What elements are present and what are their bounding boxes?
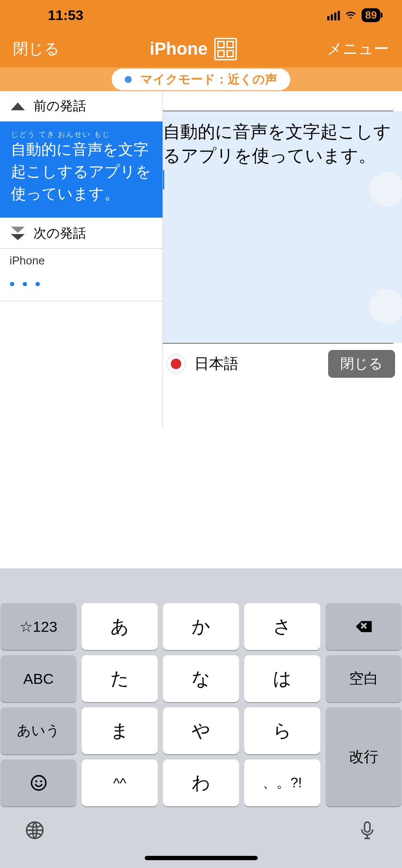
language-label: 日本語 (194, 354, 239, 374)
avatar-icon (369, 289, 402, 324)
next-utterance-label: 次の発話 (33, 224, 86, 242)
mic-mode-band: マイクモード：近くの声 (0, 67, 402, 91)
key-caret[interactable]: ^^ (82, 759, 158, 806)
svg-point-2 (40, 780, 42, 782)
key-emoji[interactable] (0, 759, 76, 806)
key-na[interactable]: な (163, 655, 239, 702)
emoji-icon (29, 773, 48, 792)
key-return[interactable]: 改行 (326, 707, 402, 806)
prev-utterance-label: 前の発話 (33, 97, 86, 115)
key-symbols[interactable]: ☆123 (0, 603, 76, 650)
mic-mode-dot-icon (125, 76, 132, 83)
selected-utterance-text: 自動的に音声を文字起こしするアプリを使っています。 (11, 139, 152, 205)
globe-icon[interactable] (24, 819, 46, 843)
key-ra[interactable]: ら (244, 707, 320, 754)
prev-utterance-button[interactable]: 前の発話 (0, 91, 163, 122)
qr-icon[interactable] (214, 38, 237, 60)
chevron-down-icon (11, 227, 25, 240)
key-backspace[interactable] (326, 603, 402, 650)
nav-bar: 閉じる iPhone メニュー (0, 30, 402, 67)
backspace-icon (354, 617, 373, 636)
nav-title: iPhone (150, 38, 236, 60)
nav-menu-button[interactable]: メニュー (327, 39, 389, 59)
key-aiu[interactable]: あいう (0, 707, 76, 754)
svg-rect-4 (365, 822, 370, 832)
list-item-source: iPhone (10, 254, 153, 267)
key-ya[interactable]: や (163, 707, 239, 754)
japan-flag-icon (166, 354, 186, 373)
key-ma[interactable]: ま (82, 707, 158, 754)
keyboard: ☆123 あ か さ ABC た な は 空白 あいう ま や ら 改行 (0, 568, 402, 868)
microphone-icon[interactable] (356, 819, 378, 843)
mic-mode-pill[interactable]: マイクモード：近くの声 (112, 69, 290, 90)
key-wa-label: わ (192, 771, 210, 795)
svg-point-1 (35, 780, 37, 782)
key-abc[interactable]: ABC (0, 655, 76, 702)
battery-indicator: 89 (362, 8, 380, 22)
utterance-list-panel: iPhone 自動的に音声を文字起こしするアプリを使っています。 iPhone … (0, 91, 163, 428)
home-indicator[interactable] (145, 856, 258, 860)
cellular-signal-icon (327, 10, 340, 20)
ruby-reading: じどう てき おんせい もじ (11, 129, 152, 139)
avatar-icon (369, 172, 402, 207)
editor-close-button[interactable]: 閉じる (328, 350, 395, 378)
list-item[interactable]: iPhone • • • (0, 249, 163, 301)
key-ta[interactable]: た (82, 655, 158, 702)
svg-point-0 (31, 776, 46, 790)
editor-panel: 自動的に音声を文字起こしするアプリを使っています。 日本語 閉じる (163, 91, 402, 428)
key-punctuation[interactable]: 、。?! (244, 759, 320, 806)
status-bar: 11:53 89 (0, 0, 402, 30)
nav-close-button[interactable]: 閉じる (13, 39, 60, 59)
key-space[interactable]: 空白 (326, 655, 402, 702)
chevron-up-icon (11, 102, 25, 110)
selected-utterance[interactable]: じどう てき おんせい もじ 自動的に音声を文字起こしするアプリを使っています。 (0, 122, 163, 218)
next-utterance-button[interactable]: 次の発話 (0, 218, 163, 249)
key-wa[interactable]: わ (163, 759, 239, 806)
editor-text: 自動的に音声を文字起こしするアプリを使っています。 (163, 122, 391, 165)
text-cursor-icon (163, 170, 164, 189)
status-icons: 89 (327, 8, 380, 23)
key-ha[interactable]: は (244, 655, 320, 702)
typing-indicator-icon: • • • (10, 275, 153, 292)
text-editor[interactable]: 自動的に音声を文字起こしするアプリを使っています。 (163, 111, 402, 343)
language-bar: 日本語 閉じる (163, 343, 402, 384)
mic-mode-label: マイクモード：近くの声 (140, 71, 277, 88)
wifi-icon (344, 8, 357, 23)
key-a[interactable]: あ (82, 603, 158, 650)
nav-title-text: iPhone (150, 39, 207, 59)
status-time: 11:53 (48, 7, 83, 23)
key-ka[interactable]: か (163, 603, 239, 650)
key-sa[interactable]: さ (244, 603, 320, 650)
